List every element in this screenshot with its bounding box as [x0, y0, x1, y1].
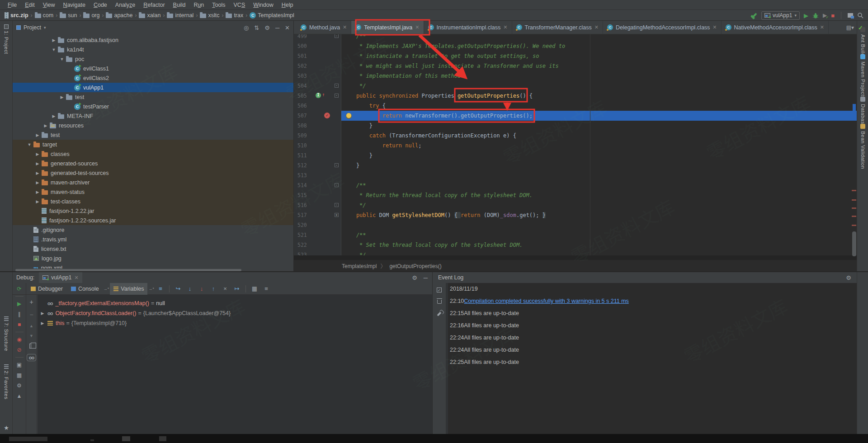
tree-item-testParser[interactable]: CtestParser: [13, 102, 293, 111]
evaluate-expression-icon[interactable]: ▦: [249, 285, 260, 292]
tree-item-vulApp1[interactable]: CvulApp1: [13, 83, 293, 92]
tree-item-target[interactable]: ▼target: [13, 140, 293, 149]
run-button[interactable]: ▶: [804, 12, 808, 19]
code-line-507[interactable]: 507✓return newTransformer().getOutputPro…: [294, 111, 857, 121]
menu-item-navigate[interactable]: Navigate: [59, 0, 90, 10]
watch-row[interactable]: oo_tfactory.getExternalExtensionsMap()=n…: [38, 298, 432, 308]
code-line-499[interactable]: 499-/**: [294, 34, 857, 41]
breadcrumb-item-com[interactable]: com: [35, 12, 54, 19]
tree-item-com.alibaba.fastjson[interactable]: ▶com.alibaba.fastjson: [13, 35, 293, 45]
code-line-517[interactable]: 517+public DOM getStylesheetDOM() { retu…: [294, 210, 857, 220]
tree-item-evilClass2[interactable]: CevilClass2: [13, 73, 293, 83]
menu-item-run[interactable]: Run: [189, 0, 208, 10]
move-down-button[interactable]: ▼: [29, 334, 33, 338]
tree-collapsed-arrow[interactable]: ▶: [58, 95, 66, 99]
stop-icon[interactable]: ■: [14, 321, 25, 328]
code-line-512[interactable]: 512-}: [294, 160, 857, 170]
threads-view-icon[interactable]: ≡: [155, 285, 166, 292]
move-up-button[interactable]: ▲: [29, 324, 33, 328]
tree-item-test[interactable]: ▶test: [13, 92, 293, 102]
close-icon[interactable]: ✕: [75, 275, 79, 281]
sidebar-item-7-structure[interactable]: 7: Structure: [0, 316, 13, 351]
tree-collapsed-arrow[interactable]: ▶: [38, 321, 47, 325]
breadcrumb-item-xsltc[interactable]: xsltc: [200, 12, 219, 19]
mute-breakpoints-icon[interactable]: ⊘: [14, 347, 25, 353]
tree-collapsed-arrow[interactable]: ▶: [33, 152, 42, 156]
menu-item-window[interactable]: Window: [249, 0, 277, 10]
resume-icon[interactable]: ▶: [14, 301, 25, 307]
tree-expanded-arrow[interactable]: ▼: [58, 57, 66, 61]
breadcrumb-item-sun[interactable]: sun: [60, 12, 77, 19]
code-line-520[interactable]: 520: [294, 220, 857, 230]
code-line-500[interactable]: 500* Implements JAXP's Templates.getOutp…: [294, 41, 857, 51]
collapse-icon[interactable]: ▲: [14, 393, 25, 399]
debug-bug-icon[interactable]: [812, 12, 819, 19]
debug-tab-variables[interactable]: Variables: [110, 283, 147, 295]
tree-collapsed-arrow[interactable]: ▶: [33, 171, 42, 175]
tab-NativeMethodAccessorImpl.class[interactable]: CNativeMethodAccessorImpl.class✕: [722, 21, 829, 34]
tree-item-maven-archiver[interactable]: ▶maven-archiver: [13, 178, 293, 187]
fold-collapse-icon[interactable]: -: [335, 183, 339, 187]
intention-bulb-icon[interactable]: [346, 113, 351, 118]
settings-icon[interactable]: ⚙: [412, 275, 417, 281]
step-over-icon[interactable]: ↪: [173, 285, 184, 292]
breadcrumb-item-trax[interactable]: trax: [226, 12, 243, 19]
debug-tab-debugger[interactable]: Debugger: [27, 283, 66, 295]
breadcrumb-item-apache[interactable]: apache: [106, 12, 132, 19]
hide-icon[interactable]: ─: [424, 275, 428, 281]
menu-item-view[interactable]: View: [39, 0, 59, 10]
sidebar-item-database[interactable]: Database: [857, 97, 868, 127]
tab-TransformerManager.class[interactable]: CTransformerManager.class✕: [512, 21, 603, 34]
fold-collapse-icon[interactable]: -: [335, 34, 339, 38]
pause-icon[interactable]: ∥: [14, 311, 25, 317]
tree-collapsed-arrow[interactable]: ▶: [33, 133, 42, 137]
editor-hscrollbar[interactable]: [294, 255, 857, 259]
settings-icon[interactable]: ⚙: [14, 382, 25, 389]
code-line-522[interactable]: 522* Set the thread local copy of the st…: [294, 240, 857, 250]
menu-item-code[interactable]: Code: [90, 0, 111, 10]
tree-item-evilClass1[interactable]: CevilClass1: [13, 64, 293, 73]
debug-session-tab[interactable]: vulApp1 ✕: [39, 272, 82, 283]
tree-collapsed-arrow[interactable]: ▶: [50, 114, 58, 118]
tree-item-test-classes[interactable]: ▶test-classes: [13, 197, 293, 206]
coverage-icon[interactable]: ▶: [823, 12, 827, 19]
force-step-into-icon[interactable]: ↓: [196, 285, 207, 292]
fold-collapse-icon[interactable]: -: [335, 203, 339, 207]
breadcrumb-item-org[interactable]: org: [83, 12, 99, 19]
tree-expanded-arrow[interactable]: ▼: [50, 47, 58, 52]
sidebar-item-maven-projects[interactable]: Maven Projects: [857, 54, 868, 99]
tab-InstrumentationImpl.class[interactable]: CInstrumentationImpl.class✕: [424, 21, 512, 34]
drop-frame-icon[interactable]: ×: [220, 285, 231, 292]
thread-dump-icon[interactable]: ▣: [14, 362, 25, 368]
tree-item-classes[interactable]: ▶classes: [13, 149, 293, 159]
code-line-509[interactable]: 509catch (TransformerConfigurationExcept…: [294, 131, 857, 141]
breadcrumb-item-TemplatesImpl[interactable]: CTemplatesImpl: [250, 12, 294, 19]
sidebar-item-bean-validation[interactable]: Bean Validation: [857, 124, 868, 169]
editor-vscrollbar[interactable]: [852, 231, 856, 256]
run-config-combo[interactable]: vulApp1 ▾: [761, 11, 800, 20]
breadcrumb-item-xalan[interactable]: xalan: [139, 12, 160, 19]
stop-button[interactable]: ■: [831, 12, 835, 19]
menu-item-refactor[interactable]: Refactor: [139, 0, 169, 10]
close-icon[interactable]: ✕: [415, 24, 419, 30]
settings-icon[interactable]: ⚙: [846, 275, 851, 281]
tree-collapsed-arrow[interactable]: ▶: [33, 180, 42, 185]
menu-item-edit[interactable]: Edit: [21, 0, 39, 10]
code-line-506[interactable]: 506try {: [294, 101, 857, 111]
inspection-ok-icon[interactable]: ✓: [858, 24, 863, 31]
tree-item-fastjson-1.2.22-sources.jar[interactable]: fastjson-1.2.22-sources.jar: [13, 216, 293, 225]
menu-item-build[interactable]: Build: [169, 0, 190, 10]
tree-item-fastjson-1.2.22.jar[interactable]: fastjson-1.2.22.jar: [13, 206, 293, 216]
layout-settings-icon[interactable]: ≡: [261, 285, 272, 292]
tree-item-license.txt[interactable]: license.txt: [13, 244, 293, 254]
tree-item-poc[interactable]: ▼poc: [13, 54, 293, 64]
close-icon[interactable]: ✕: [820, 24, 824, 30]
remove-watch-button[interactable]: −: [29, 311, 33, 318]
run-to-cursor-icon[interactable]: ↦: [231, 285, 242, 292]
show-watches-toggle[interactable]: oo: [27, 354, 36, 361]
tab-TemplatesImpl.java[interactable]: CTemplatesImpl.java✕: [351, 21, 424, 34]
code-line-504[interactable]: 504-*/: [294, 81, 857, 91]
wrench-icon[interactable]: [437, 311, 442, 316]
menu-item-tools[interactable]: Tools: [208, 0, 229, 10]
restore-layout-icon[interactable]: ▦: [14, 372, 25, 378]
